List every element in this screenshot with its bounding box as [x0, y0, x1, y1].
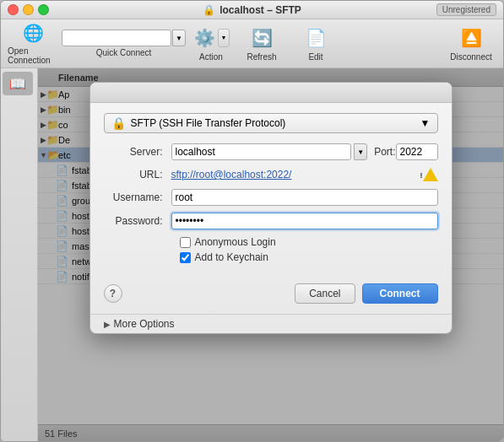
password-row: Password: — [104, 213, 438, 229]
dialog-body: 🔒 SFTP (SSH File Transfer Protocol) ▼ Se… — [90, 103, 452, 277]
disconnect-label: Disconnect — [450, 52, 491, 62]
more-options-arrow: ▶ — [104, 320, 111, 329]
port-label: Port: — [374, 146, 395, 158]
traffic-lights — [8, 4, 49, 15]
sidebar: 📖 — [1, 68, 38, 441]
open-connection-label: Open Connection — [8, 46, 58, 65]
warning-icon: ! — [423, 167, 438, 182]
refresh-button[interactable]: 🔄 Refresh — [236, 23, 287, 65]
sftp-dialog: 🔒 SFTP (SSH File Transfer Protocol) ▼ Se… — [89, 82, 453, 334]
protocol-arrow: ▼ — [420, 117, 431, 129]
server-input-row: ▼ — [171, 143, 368, 160]
maximize-button[interactable] — [38, 4, 49, 15]
disconnect-icon: ⏏️ — [459, 26, 483, 50]
dialog-overlay: 🔒 SFTP (SSH File Transfer Protocol) ▼ Se… — [38, 68, 503, 441]
close-button[interactable] — [8, 4, 19, 15]
edit-button[interactable]: 📄 Edit — [290, 23, 341, 65]
titlebar: 🔒 localhost – SFTP Unregistered — [1, 1, 503, 19]
anonymous-label[interactable]: Anonymous Login — [195, 236, 276, 248]
main-window: 🔒 localhost – SFTP Unregistered 🌐 Open C… — [0, 0, 504, 442]
dialog-footer: ? Cancel Connect — [90, 277, 452, 314]
edit-label: Edit — [308, 52, 322, 62]
disconnect-button[interactable]: ⏏️ Disconnect — [446, 23, 496, 65]
server-dropdown-arrow[interactable]: ▼ — [354, 143, 367, 160]
action-dropdown-arrow[interactable]: ▼ — [218, 29, 230, 47]
username-label: Username: — [104, 191, 171, 203]
action-icon: ⚙️ — [192, 26, 216, 50]
anonymous-row: Anonymous Login — [180, 236, 438, 248]
more-options-label: More Options — [114, 318, 175, 330]
protocol-value: SFTP (SSH File Transfer Protocol) — [131, 117, 286, 129]
dialog-titlebar — [90, 83, 452, 103]
server-label: Server: — [104, 146, 171, 158]
keychain-row: Add to Keychain — [180, 251, 438, 263]
minimize-button[interactable] — [23, 4, 34, 15]
password-input[interactable] — [171, 213, 438, 229]
sftp-protocol-icon: 🔒 — [111, 116, 126, 130]
action-icon-row: ⚙️ ▼ — [192, 26, 230, 50]
protocol-row: 🔒 SFTP (SSH File Transfer Protocol) ▼ — [104, 113, 438, 133]
url-label: URL: — [104, 169, 171, 181]
help-button[interactable]: ? — [104, 284, 122, 303]
refresh-icon: 🔄 — [250, 26, 274, 50]
password-label: Password: — [104, 215, 171, 227]
edit-icon: 📄 — [304, 26, 328, 50]
open-connection-button[interactable]: 🌐 Open Connection — [8, 23, 58, 65]
quick-connect-dropdown[interactable]: ▼ — [172, 30, 186, 46]
main-panel: 🔒 SFTP (SSH File Transfer Protocol) ▼ Fi… — [38, 68, 503, 441]
protocol-select[interactable]: 🔒 SFTP (SSH File Transfer Protocol) ▼ — [104, 113, 438, 133]
quick-connect-input[interactable] — [62, 30, 171, 46]
port-input[interactable] — [396, 143, 438, 160]
quick-connect-area: ▼ Quick Connect — [62, 30, 186, 57]
url-link[interactable]: sftp://root@localhost:2022/ — [171, 169, 416, 181]
url-row: URL: sftp://root@localhost:2022/ ! — [104, 167, 438, 182]
sidebar-bookmark-icon[interactable]: 📖 — [3, 72, 33, 95]
toolbar: 🌐 Open Connection ▼ Quick Connect ⚙️ ▼ A… — [1, 19, 503, 68]
action-label: Action — [199, 52, 223, 62]
anonymous-checkbox[interactable] — [180, 237, 191, 248]
more-options-row[interactable]: ▶ More Options — [90, 314, 452, 333]
open-connection-icon: 🌐 — [21, 23, 45, 44]
unregistered-badge: Unregistered — [436, 3, 496, 16]
refresh-label: Refresh — [247, 52, 276, 62]
username-row: Username: — [104, 189, 438, 206]
action-button[interactable]: ⚙️ ▼ Action — [189, 23, 233, 65]
server-input[interactable] — [171, 143, 352, 160]
protocol-select-inner: 🔒 SFTP (SSH File Transfer Protocol) — [111, 116, 286, 130]
lock-icon: 🔒 — [203, 4, 215, 16]
username-input[interactable] — [171, 189, 438, 206]
keychain-checkbox[interactable] — [180, 252, 191, 263]
cancel-button[interactable]: Cancel — [295, 283, 355, 304]
server-row: Server: ▼ Port: — [104, 143, 438, 160]
connect-button[interactable]: Connect — [362, 283, 438, 304]
keychain-label[interactable]: Add to Keychain — [195, 251, 268, 263]
quick-connect-input-row: ▼ — [62, 30, 186, 46]
quick-connect-label: Quick Connect — [96, 48, 152, 57]
content-area: 📖 🔒 SFTP (SSH File Transfer Protocol) ▼ … — [1, 68, 503, 441]
window-title: 🔒 localhost – SFTP — [203, 4, 301, 16]
